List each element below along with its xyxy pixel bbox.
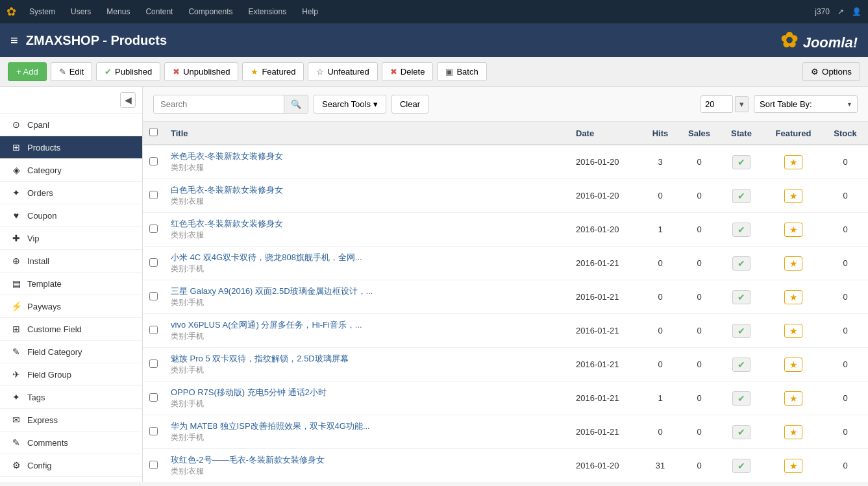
row-checkbox[interactable]: [149, 326, 158, 334]
sidebar-item-field-group[interactable]: ✈ Field Group: [0, 363, 142, 386]
state-toggle-button[interactable]: ✔: [732, 425, 750, 439]
product-category: 类别:手机: [171, 263, 563, 274]
nav-users[interactable]: Users: [64, 3, 97, 20]
sidebar-item-coupon[interactable]: ♥ Coupon: [0, 204, 142, 227]
nav-content[interactable]: Content: [139, 3, 179, 20]
featured-toggle-button[interactable]: ★: [784, 324, 802, 338]
row-checkbox[interactable]: [149, 157, 158, 165]
product-title-link[interactable]: 魅族 Pro 5 双卡双待，指纹解锁，2.5D玻璃屏幕: [171, 354, 349, 363]
sidebar-toggle-button[interactable]: ◀: [120, 92, 136, 108]
row-sales-cell: 0: [680, 213, 719, 247]
featured-toggle-button[interactable]: ★: [784, 223, 802, 237]
sidebar-item-cpanl[interactable]: ⊙ Cpanl: [0, 114, 142, 136]
product-title-link[interactable]: 小米 4C 双4G双卡双待，骁龙808旗舰手机，全网...: [171, 252, 362, 262]
product-title-link[interactable]: 华为 MATE8 独立ISP改善拍照效果，双卡双4G功能...: [171, 421, 370, 431]
search-input[interactable]: [154, 95, 284, 113]
user-account-icon[interactable]: 👤: [852, 7, 862, 16]
per-page-dropdown-icon[interactable]: ▾: [735, 96, 749, 112]
row-checkbox-cell: [143, 415, 164, 449]
config-icon: ⚙: [10, 460, 22, 470]
state-toggle-button[interactable]: ✔: [732, 391, 750, 406]
sidebar-item-config[interactable]: ⚙ Config: [0, 454, 142, 477]
sort-table-select[interactable]: Sort Table By: Title Date Hits Sales Sto…: [754, 95, 858, 113]
sidebar-item-install[interactable]: ⊕ Install: [0, 250, 142, 273]
sidebar-item-comments[interactable]: ✎ Comments: [0, 431, 142, 454]
product-title-link[interactable]: 白色毛衣-冬装新款女装修身女: [171, 185, 283, 195]
featured-toggle-button[interactable]: ★: [784, 189, 802, 203]
joomla-logo: ✿ Joomla!: [780, 28, 858, 53]
clear-button[interactable]: Clear: [391, 95, 428, 114]
nav-extensions[interactable]: Extensions: [242, 3, 293, 20]
product-title-link[interactable]: 红色毛衣-冬装新款女装修身女: [171, 219, 283, 228]
search-submit-button[interactable]: 🔍: [284, 95, 308, 113]
sidebar-item-field-category[interactable]: ✎ Field Category: [0, 341, 142, 363]
delete-button[interactable]: ✖ Delete: [382, 62, 434, 81]
sidebar-item-products[interactable]: ⊞ Products: [0, 136, 142, 159]
row-checkbox[interactable]: [149, 191, 158, 199]
state-toggle-button[interactable]: ✔: [732, 155, 750, 169]
edit-button[interactable]: ✎ Edit: [51, 62, 92, 81]
per-page-input[interactable]: [701, 95, 733, 113]
featured-toggle-button[interactable]: ★: [784, 290, 802, 304]
state-toggle-button[interactable]: ✔: [732, 324, 750, 338]
row-checkbox[interactable]: [149, 359, 158, 368]
row-checkbox[interactable]: [149, 393, 158, 402]
product-title-link[interactable]: 米色毛衣-冬装新款女装修身女: [171, 151, 283, 161]
sidebar-item-payways[interactable]: ⚡ Payways: [0, 295, 142, 318]
row-checkbox[interactable]: [149, 461, 158, 469]
user-name[interactable]: j370: [815, 7, 830, 16]
col-header-featured[interactable]: Featured: [764, 122, 823, 145]
hamburger-menu[interactable]: ≡: [10, 33, 18, 48]
state-toggle-button[interactable]: ✔: [732, 223, 750, 237]
external-link-icon: ↗: [837, 7, 844, 16]
comments-icon: ✎: [10, 437, 22, 448]
unpublished-button[interactable]: ✖ Unpublished: [164, 62, 238, 81]
delete-x-icon: ✖: [390, 67, 397, 77]
state-toggle-button[interactable]: ✔: [732, 189, 750, 203]
product-title-link[interactable]: OPPO R7S(移动版) 充电5分钟 通话2小时: [171, 387, 327, 397]
featured-toggle-button[interactable]: ★: [784, 391, 802, 406]
col-header-date[interactable]: Date: [569, 122, 641, 145]
col-header-hits[interactable]: Hits: [641, 122, 680, 145]
col-header-sales[interactable]: Sales: [680, 122, 719, 145]
state-toggle-button[interactable]: ✔: [732, 290, 750, 304]
featured-toggle-button[interactable]: ★: [784, 358, 802, 372]
featured-toggle-button[interactable]: ★: [784, 459, 802, 473]
sidebar-item-custome-field[interactable]: ⊞ Custome Field: [0, 318, 142, 341]
featured-toggle-button[interactable]: ★: [784, 256, 802, 271]
row-checkbox[interactable]: [149, 225, 158, 233]
row-checkbox[interactable]: [149, 292, 158, 300]
add-button[interactable]: + Add: [8, 62, 47, 81]
col-header-title[interactable]: Title: [164, 122, 569, 145]
sidebar-item-template[interactable]: ▤ Template: [0, 273, 142, 295]
product-title-link[interactable]: 三星 Galaxy A9(2016) 双面2.5D玻璃金属边框设计，...: [171, 286, 373, 296]
state-toggle-button[interactable]: ✔: [732, 358, 750, 372]
unfeatured-button[interactable]: ☆ Unfeatured: [308, 62, 377, 81]
featured-toggle-button[interactable]: ★: [784, 425, 802, 439]
nav-help[interactable]: Help: [295, 3, 325, 20]
batch-button[interactable]: ▣ Batch: [437, 62, 486, 81]
field-category-icon: ✎: [10, 346, 22, 357]
sidebar-item-tags[interactable]: ✦ Tags: [0, 386, 142, 409]
nav-system[interactable]: System: [23, 3, 62, 20]
featured-toggle-button[interactable]: ★: [784, 155, 802, 169]
nav-menus[interactable]: Menus: [100, 3, 136, 20]
sidebar-item-category[interactable]: ◈ Category: [0, 159, 142, 182]
col-header-state[interactable]: State: [719, 122, 764, 145]
featured-button[interactable]: ★ Featured: [242, 62, 304, 81]
sidebar-item-orders[interactable]: ✦ Orders: [0, 182, 142, 204]
sidebar-item-express[interactable]: ✉ Express: [0, 409, 142, 431]
select-all-checkbox[interactable]: [149, 128, 158, 136]
published-button[interactable]: ✔ Published: [96, 62, 160, 81]
state-toggle-button[interactable]: ✔: [732, 459, 750, 473]
row-checkbox[interactable]: [149, 427, 158, 435]
search-tools-button[interactable]: Search Tools ▾: [314, 95, 386, 114]
col-header-stock[interactable]: Stock: [823, 122, 868, 145]
options-button[interactable]: ⚙ Options: [802, 62, 860, 81]
sidebar-item-vip[interactable]: ✚ Vip: [0, 227, 142, 250]
state-toggle-button[interactable]: ✔: [732, 256, 750, 271]
product-title-link[interactable]: 玫红色-2号——毛衣-冬装新款女装修身女: [171, 455, 325, 465]
row-checkbox[interactable]: [149, 258, 158, 267]
nav-components[interactable]: Components: [182, 3, 239, 20]
product-title-link[interactable]: vivo X6PLUS A(全网通) 分屏多任务，Hi-Fi音乐，...: [171, 320, 362, 330]
